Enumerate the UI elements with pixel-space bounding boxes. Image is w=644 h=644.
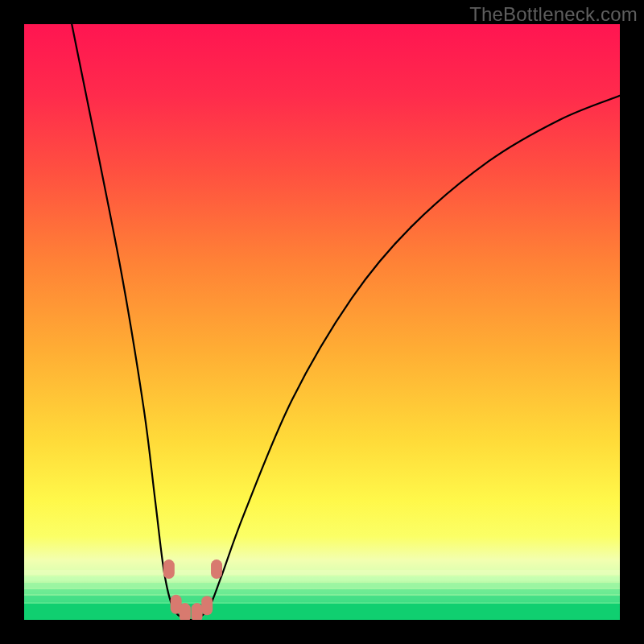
curve-marker xyxy=(192,603,203,620)
curve-marker xyxy=(201,596,213,615)
curve-layer xyxy=(24,24,620,620)
curve-marker xyxy=(163,559,175,579)
markers-group xyxy=(163,559,222,620)
plot-area xyxy=(24,24,620,620)
watermark-text: TheBottleneck.com xyxy=(469,3,638,26)
curve-marker xyxy=(211,559,222,579)
chart-frame: TheBottleneck.com xyxy=(0,0,644,644)
v-curve-line xyxy=(72,24,620,620)
curve-marker xyxy=(180,603,191,620)
